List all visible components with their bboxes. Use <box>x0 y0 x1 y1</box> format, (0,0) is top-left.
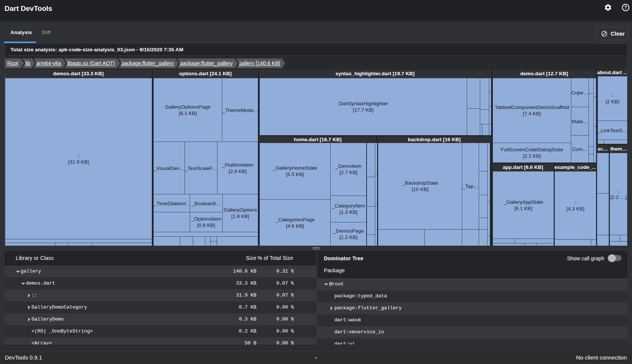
svg-text:?: ? <box>624 5 627 10</box>
